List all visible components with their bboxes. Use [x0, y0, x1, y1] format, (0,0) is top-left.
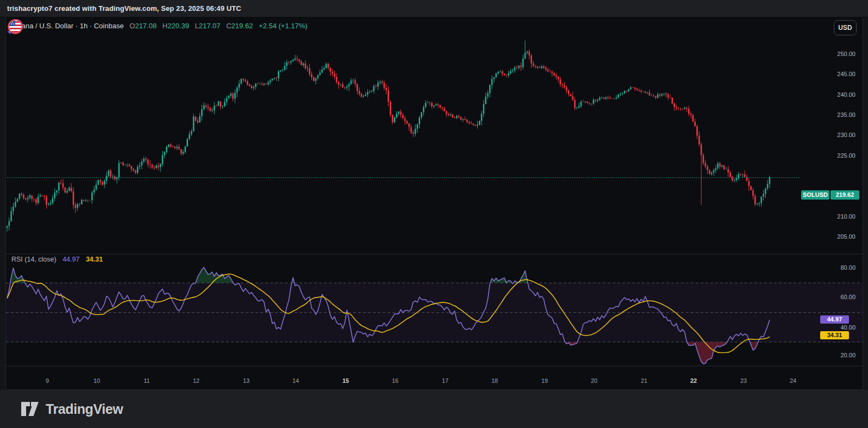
rsi-value-badge: 44.97 — [820, 315, 849, 324]
attribution-text: trishacrypto7 created with TradingView.c… — [7, 0, 241, 17]
change-value: +2.54 (+1.17%) — [259, 22, 308, 30]
price-axis-label: 250.00 — [823, 51, 855, 57]
close-value: 219.62 — [232, 22, 253, 30]
price-axis-label: 240.00 — [823, 91, 855, 98]
rsi-title[interactable]: RSI (14, close) — [11, 256, 57, 263]
price-axis-label: 205.00 — [823, 233, 855, 240]
footer-bar: TradingView — [0, 390, 868, 428]
low-label: L — [195, 22, 199, 30]
time-axis-label-10: 10 — [86, 377, 108, 384]
time-axis-label-9: 9 — [36, 377, 58, 384]
time-axis-label-16: 16 — [384, 377, 406, 384]
price-axis-label: 225.00 — [823, 152, 855, 159]
tradingview-logo-icon — [21, 401, 39, 417]
open-label: O — [129, 22, 135, 30]
open-value: 217.08 — [135, 22, 157, 30]
tradingview-logo[interactable]: TradingView — [21, 400, 123, 418]
symbol-legend: Solana / U.S. Dollar · 1h · Coinbase O21… — [11, 22, 308, 30]
rsi-axis-label: 60.00 — [823, 294, 855, 300]
low-value: 217.07 — [199, 22, 221, 30]
rsi-legend: RSI (14, close) 44.97 34.31 — [11, 256, 103, 263]
rsi-current-value: 44.97 — [63, 256, 79, 263]
rsi-axis-label: 20.00 — [823, 352, 855, 358]
rsi-axis-label: 40.00 — [823, 324, 855, 331]
time-axis-label-17: 17 — [434, 377, 456, 384]
time-axis-label-19: 19 — [534, 377, 555, 384]
rsi-ma-current-value: 34.31 — [86, 256, 103, 263]
price-axis-label: 230.00 — [823, 132, 855, 138]
chart-canvas[interactable] — [6, 17, 863, 389]
high-label: H — [163, 22, 167, 30]
chart-container: Solana / U.S. Dollar · 1h · Coinbase O21… — [5, 17, 863, 390]
tradingview-brand-text: TradingView — [46, 401, 123, 417]
price-axis-label: 210.00 — [823, 213, 855, 220]
high-value: 220.39 — [167, 22, 189, 30]
time-axis-label-15: 15 — [335, 377, 357, 384]
time-axis-label-24: 24 — [782, 377, 804, 384]
time-axis-label-23: 23 — [733, 377, 754, 384]
attribution-bar: trishacrypto7 created with TradingView.c… — [0, 0, 868, 17]
time-axis-label-13: 13 — [235, 377, 257, 384]
time-axis-label-22: 22 — [683, 377, 704, 384]
time-axis-label-14: 14 — [285, 377, 307, 384]
last-price-value-badge: 219.62 — [830, 190, 859, 200]
us-flag-icon[interactable] — [6, 17, 24, 36]
time-axis-label-18: 18 — [484, 377, 505, 384]
close-label: C — [226, 22, 231, 30]
symbol-title[interactable]: Solana / U.S. Dollar · 1h · Coinbase — [11, 22, 124, 30]
rsi-ma-value-badge: 34.31 — [820, 331, 849, 339]
tradingview-screenshot: trishacrypto7 created with TradingView.c… — [0, 0, 868, 428]
time-axis-label-12: 12 — [185, 377, 207, 384]
last-price-symbol-badge: SOLUSD — [801, 190, 829, 200]
price-axis-label: 235.00 — [823, 111, 855, 118]
time-axis-label-20: 20 — [583, 377, 605, 384]
time-axis-label-21: 21 — [633, 377, 655, 384]
currency-usd-button[interactable]: USD — [834, 20, 857, 35]
rsi-axis-label: 80.00 — [823, 264, 855, 271]
time-axis-label-11: 11 — [136, 377, 158, 384]
price-axis-label: 245.00 — [823, 71, 855, 77]
